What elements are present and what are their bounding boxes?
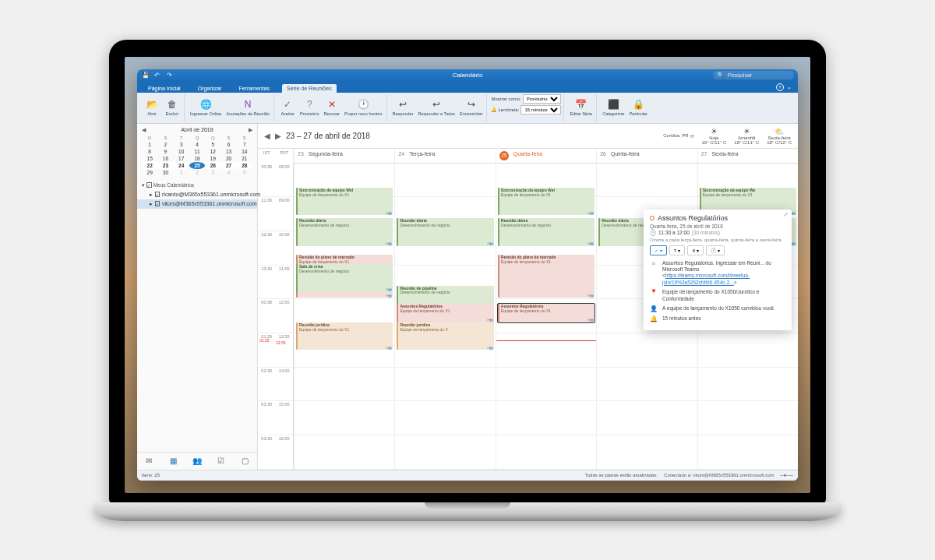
forward-button[interactable]: ↪Encaminhar bbox=[458, 97, 484, 117]
mini-cal-day[interactable]: 1 bbox=[174, 169, 189, 176]
people-icon[interactable]: 👥 bbox=[192, 456, 203, 467]
decline-button[interactable]: ✕Recusar bbox=[322, 97, 340, 117]
expand-icon[interactable]: ⤢ bbox=[783, 211, 789, 218]
mini-cal-day[interactable]: 1 bbox=[142, 141, 157, 148]
accept-button[interactable]: ✓Aceitar bbox=[278, 97, 297, 117]
mini-cal-title: Abril de 2018 bbox=[181, 127, 213, 132]
tab-organize[interactable]: Organizar bbox=[193, 84, 227, 93]
day-column[interactable]: Sincronização da equipo WelEquipe de lan… bbox=[294, 164, 394, 470]
popup-recurrence: Ocorre a cada terça-feira, quarta-feira,… bbox=[650, 238, 785, 242]
tab-meeting-series[interactable]: Série de Reuniões bbox=[282, 84, 337, 93]
reply-all-button[interactable]: ↩Responder a Todos bbox=[417, 97, 457, 117]
mini-cal-day[interactable]: 5 bbox=[205, 141, 221, 148]
mini-cal-day[interactable]: 4 bbox=[221, 169, 236, 176]
mini-cal-day[interactable]: 2 bbox=[157, 141, 173, 148]
mini-cal-day[interactable]: 20 bbox=[221, 155, 236, 162]
mini-cal-day[interactable]: 7 bbox=[237, 141, 252, 148]
mini-cal-day[interactable]: 15 bbox=[142, 155, 157, 162]
reply-button[interactable]: ↩Responder bbox=[391, 97, 415, 117]
calendar-event[interactable]: Sala de criseDesenvolvimento de negócio⟳… bbox=[296, 264, 393, 291]
mini-cal-day[interactable]: 16 bbox=[157, 155, 173, 162]
mini-cal-day[interactable]: 26 bbox=[205, 162, 221, 169]
private-button[interactable]: 🔒Particular bbox=[628, 97, 649, 117]
edit-series-button[interactable]: 📅Editar Série bbox=[568, 97, 594, 117]
propose-time-button[interactable]: 🕐Propor novo horário bbox=[343, 97, 384, 117]
day-column[interactable]: Sincronização da equipo WelEquipe de lan… bbox=[496, 164, 596, 470]
next-month-icon[interactable]: ▶ bbox=[249, 127, 252, 133]
calendar-event[interactable]: Sincronização da equipo WelEquipe de lan… bbox=[498, 188, 595, 215]
ribbon-tabs: Página Inicial Organizar Ferramentas Sér… bbox=[137, 82, 798, 93]
mini-cal-day[interactable]: 30 bbox=[157, 169, 173, 176]
collapse-ribbon-icon[interactable]: ⌄ bbox=[787, 84, 792, 90]
mini-cal-day[interactable]: 22 bbox=[142, 162, 157, 169]
calendar-item[interactable]: ▸ ✓ ricardo@M365x553361.onmicrosoft.com bbox=[137, 190, 257, 199]
help-icon[interactable]: ? bbox=[776, 83, 784, 91]
mini-cal-day[interactable]: 12 bbox=[205, 148, 221, 155]
calendar-event[interactable]: Assuntos RegulatóriosEquipe de lançament… bbox=[498, 304, 595, 322]
popup-propose-button[interactable]: 🕐 ▾ bbox=[706, 245, 725, 255]
tentative-button[interactable]: ?Provisório bbox=[298, 97, 320, 117]
calendar-event[interactable]: Assuntos RegulatóriosEquipe de lançament… bbox=[397, 304, 493, 322]
search-input[interactable] bbox=[728, 72, 790, 78]
mini-cal-day[interactable]: 24 bbox=[174, 162, 189, 169]
mini-cal-day[interactable]: 27 bbox=[221, 162, 236, 169]
mini-cal-day[interactable]: 3 bbox=[205, 169, 221, 176]
reminder-select[interactable]: 15 minutos bbox=[520, 105, 561, 114]
calendar-event[interactable]: Reunião jurídicaEquipe de lançamento do … bbox=[397, 322, 493, 350]
mini-cal-day[interactable]: 29 bbox=[142, 169, 157, 176]
mail-icon[interactable]: ✉ bbox=[143, 456, 154, 467]
save-icon[interactable]: 💾 bbox=[142, 72, 150, 79]
mini-cal-day[interactable]: 4 bbox=[189, 141, 205, 148]
prev-week-icon[interactable]: ◀ bbox=[264, 132, 270, 140]
day-column[interactable]: Reunião diáriaDesenvolvimento de negócio… bbox=[394, 164, 495, 470]
calendar-item[interactable]: ▸ ✓ vitors@M365x553361.onmicrosoft.com bbox=[137, 199, 257, 209]
mini-cal-day[interactable]: 3 bbox=[174, 141, 189, 148]
mini-cal-day[interactable]: 23 bbox=[157, 162, 173, 169]
popup-decline-button[interactable]: ✕ ▾ bbox=[687, 245, 704, 255]
calendar-event[interactable]: Reunião diáriaDesenvolvimento de negócio… bbox=[296, 218, 393, 245]
redo-icon[interactable]: ↷ bbox=[167, 72, 175, 79]
prev-month-icon[interactable]: ◀ bbox=[142, 127, 146, 133]
mini-cal-day[interactable]: 10 bbox=[174, 148, 189, 155]
mini-cal-day[interactable]: 14 bbox=[237, 148, 252, 155]
mini-cal-day[interactable]: 2 bbox=[189, 169, 205, 176]
tasks-icon[interactable]: ☑ bbox=[216, 456, 227, 467]
calendar-event[interactable]: Reunião jurídicaEquipe de lançamento do … bbox=[296, 322, 393, 350]
mini-cal-day[interactable]: 17 bbox=[174, 155, 189, 162]
calendar-event[interactable]: Revisão do plano de mercadoEquipe de lan… bbox=[498, 255, 595, 298]
checkbox[interactable]: ✓ bbox=[146, 182, 152, 188]
zoom-slider[interactable]: ─●── bbox=[781, 473, 793, 477]
categorize-button[interactable]: ⬛Categorizar bbox=[601, 97, 626, 117]
calendar-event[interactable]: Reunião diáriaDesenvolvimento de negócio… bbox=[498, 218, 595, 245]
mini-cal-day[interactable]: 25 bbox=[189, 162, 205, 169]
search-box[interactable]: 🔍 bbox=[714, 71, 793, 79]
mini-cal-day[interactable]: 21 bbox=[237, 155, 252, 162]
teams-link[interactable]: https://teams.microsoft.com/l/meetup-joi… bbox=[662, 273, 750, 284]
mini-cal-day[interactable]: 13 bbox=[221, 148, 236, 155]
next-week-icon[interactable]: ▶ bbox=[275, 132, 281, 140]
notes-icon[interactable]: ▢ bbox=[240, 456, 251, 467]
calendar-event[interactable]: Sincronização da equipo WelEquipe de lan… bbox=[296, 188, 393, 215]
delete-button[interactable]: 🗑Excluir bbox=[163, 97, 182, 117]
open-button[interactable]: 📂Abrir bbox=[143, 97, 161, 117]
mini-cal-day[interactable]: 18 bbox=[189, 155, 205, 162]
popup-tentative-button[interactable]: ? ▾ bbox=[669, 245, 685, 255]
calendar-icon[interactable]: ▦ bbox=[168, 456, 178, 467]
join-online-button[interactable]: 🌐Ingressar Online bbox=[189, 97, 223, 117]
popup-accept-button[interactable]: ✓ ▾ bbox=[650, 245, 667, 255]
showas-select[interactable]: Provisório bbox=[523, 94, 561, 104]
mini-cal-day[interactable]: 8 bbox=[142, 148, 157, 155]
mini-cal-day[interactable]: 11 bbox=[189, 148, 205, 155]
mini-cal-day[interactable]: 19 bbox=[205, 155, 221, 162]
chevron-down-icon[interactable]: ▾ bbox=[142, 182, 145, 188]
tab-tools[interactable]: Ferramentas bbox=[234, 84, 274, 93]
undo-icon[interactable]: ↶ bbox=[154, 72, 162, 79]
calendar-event[interactable]: Reunião diáriaDesenvolvimento de negócio… bbox=[397, 218, 493, 245]
meeting-notes-button[interactable]: NAnotações da Reunião bbox=[224, 97, 271, 117]
mini-cal-day[interactable]: 9 bbox=[157, 148, 173, 155]
mini-cal-day[interactable]: 28 bbox=[237, 162, 252, 169]
mini-cal-day[interactable]: 6 bbox=[221, 141, 236, 148]
refresh-icon[interactable]: ⟳ bbox=[690, 133, 694, 139]
tab-home[interactable]: Página Inicial bbox=[143, 84, 185, 93]
mini-cal-day[interactable]: 5 bbox=[237, 169, 252, 176]
